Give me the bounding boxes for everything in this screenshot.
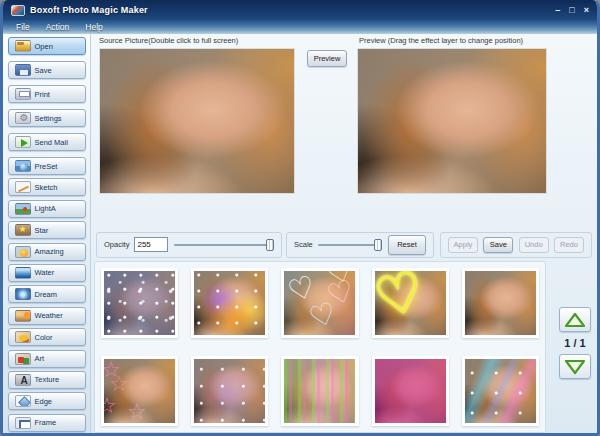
effect-thumbnail-light-streaks[interactable] — [281, 356, 358, 426]
preset-globe-icon — [15, 160, 31, 172]
texture-icon — [15, 374, 31, 386]
sidebar-button-frame[interactable]: Frame — [8, 414, 86, 432]
effect-thumbnail-blue-sparkle[interactable] — [101, 268, 178, 338]
sidebar-button-label: Color — [35, 333, 53, 342]
amazing-icon — [15, 246, 31, 258]
reset-button[interactable]: Reset — [388, 235, 426, 255]
effect-preview-photo — [284, 271, 355, 335]
sidebar-button-label: Print — [35, 90, 50, 99]
effect-thumbnail-heart-bubbles[interactable] — [281, 268, 358, 338]
effect-preview-photo — [284, 359, 355, 423]
scale-slider[interactable] — [318, 238, 382, 252]
redo-button[interactable]: Redo — [554, 237, 584, 253]
preview-button[interactable]: Preview — [307, 50, 347, 67]
window-content: Open Save Print Settings Send Mail PreSe… — [3, 34, 597, 433]
sidebar-button-star[interactable]: Star — [8, 221, 86, 239]
sidebar-button-save[interactable]: Save — [8, 61, 86, 79]
sidebar-button-label: Weather — [35, 311, 63, 320]
main-area: Source Picture(Double click to full scre… — [91, 34, 597, 433]
effect-preview-photo — [194, 271, 265, 335]
pager: 1 / 1 — [553, 261, 597, 433]
sidebar-button-label: Dream — [35, 290, 58, 299]
sidebar-button-open[interactable]: Open — [8, 37, 86, 55]
send-mail-icon — [15, 136, 31, 148]
window-title: Boxoft Photo Magic Maker — [30, 5, 555, 15]
page-up-button[interactable] — [559, 307, 591, 332]
sidebar-button-label: Frame — [35, 418, 57, 427]
sidebar-button-dream[interactable]: Dream — [8, 285, 86, 303]
effect-thumbnail-color-sparkle[interactable] — [191, 268, 268, 338]
sidebar-button-settings[interactable]: Settings — [8, 109, 86, 127]
source-picture-label: Source Picture(Double click to full scre… — [99, 36, 359, 45]
actions-group: Apply Save Undo Redo — [440, 232, 592, 258]
close-button[interactable]: × — [584, 5, 589, 15]
sidebar-tools: Open Save Print Settings Send Mail — [8, 37, 86, 157]
effect-thumbnail-star-outlines[interactable] — [101, 356, 178, 426]
sidebar-button-label: Art — [35, 354, 45, 363]
preview-picture[interactable] — [357, 48, 547, 194]
scale-slider-thumb[interactable] — [374, 239, 382, 251]
sidebar-button-label: Star — [35, 226, 49, 235]
sidebar-categories: PreSet Sketch LightA Star Amazing Water … — [8, 157, 86, 433]
sidebar-button-sketch[interactable]: Sketch — [8, 178, 86, 196]
page-down-button[interactable] — [559, 354, 591, 379]
menu-bar: File Action Help — [3, 20, 597, 34]
preview-panel-label: Preview (Drag the effect layer to change… — [359, 36, 523, 45]
undo-button[interactable]: Undo — [519, 237, 549, 253]
effect-preview-photo — [465, 359, 536, 423]
apply-button[interactable]: Apply — [448, 237, 478, 253]
sidebar-button-label: Send Mail — [35, 138, 68, 147]
effect-thumbnail-magenta-wash[interactable] — [372, 356, 449, 426]
menu-help[interactable]: Help — [78, 22, 109, 32]
effect-thumbnail-rainbow-streaks[interactable] — [462, 356, 539, 426]
sidebar-button-weather[interactable]: Weather — [8, 307, 86, 325]
sidebar-button-label: Water — [35, 268, 55, 277]
gear-icon — [15, 112, 31, 124]
dream-icon — [15, 288, 31, 300]
menu-file[interactable]: File — [9, 22, 37, 32]
title-bar: Boxoft Photo Magic Maker – □ × — [3, 0, 597, 20]
save-floppy-icon — [15, 64, 31, 76]
frame-icon — [15, 417, 31, 429]
maximize-button[interactable]: □ — [569, 5, 574, 15]
sidebar-button-label: Sketch — [35, 183, 58, 192]
light-a-icon — [15, 203, 31, 215]
sidebar-button-label: Texture — [35, 375, 60, 384]
app-icon — [11, 5, 25, 16]
sidebar-button-color[interactable]: Color — [8, 328, 86, 346]
effect-thumbnail-plain[interactable] — [462, 268, 539, 338]
page-indicator: 1 / 1 — [564, 337, 585, 349]
opacity-label: Opacity — [104, 240, 129, 249]
save-effect-button[interactable]: Save — [483, 237, 513, 253]
sidebar-button-art[interactable]: Art — [8, 350, 86, 368]
effect-preview-photo — [104, 359, 175, 423]
sidebar-button-send-mail[interactable]: Send Mail — [8, 133, 86, 151]
sidebar-button-water[interactable]: Water — [8, 264, 86, 282]
opacity-slider[interactable] — [174, 238, 274, 252]
effect-thumbnail-violet-sparkle[interactable] — [191, 356, 268, 426]
sidebar-button-print[interactable]: Print — [8, 85, 86, 103]
sidebar-button-preset[interactable]: PreSet — [8, 157, 86, 175]
effect-thumbnail-heart-glow[interactable] — [372, 268, 449, 338]
source-picture[interactable] — [99, 48, 295, 194]
sidebar-button-label: Settings — [35, 114, 62, 123]
opacity-input[interactable] — [134, 237, 168, 252]
color-palette-icon — [15, 331, 31, 343]
app-window: Boxoft Photo Magic Maker – □ × File Acti… — [0, 0, 600, 436]
effect-preview-photo — [465, 271, 536, 335]
scale-label: Scale — [294, 240, 313, 249]
edge-icon — [15, 395, 31, 407]
opacity-group: Opacity — [96, 232, 282, 258]
minimize-button[interactable]: – — [555, 5, 560, 15]
sidebar-button-edge[interactable]: Edge — [8, 392, 86, 410]
art-icon — [15, 353, 31, 365]
menu-action[interactable]: Action — [39, 22, 77, 32]
effect-preview-photo — [375, 271, 446, 335]
sidebar-button-lighta[interactable]: LightA — [8, 200, 86, 218]
effect-preview-photo — [104, 271, 175, 335]
sidebar-button-amazing[interactable]: Amazing — [8, 243, 86, 261]
opacity-slider-thumb[interactable] — [266, 239, 274, 251]
sidebar-button-label: Save — [35, 66, 52, 75]
printer-icon — [15, 88, 31, 100]
sidebar-button-texture[interactable]: Texture — [8, 371, 86, 389]
